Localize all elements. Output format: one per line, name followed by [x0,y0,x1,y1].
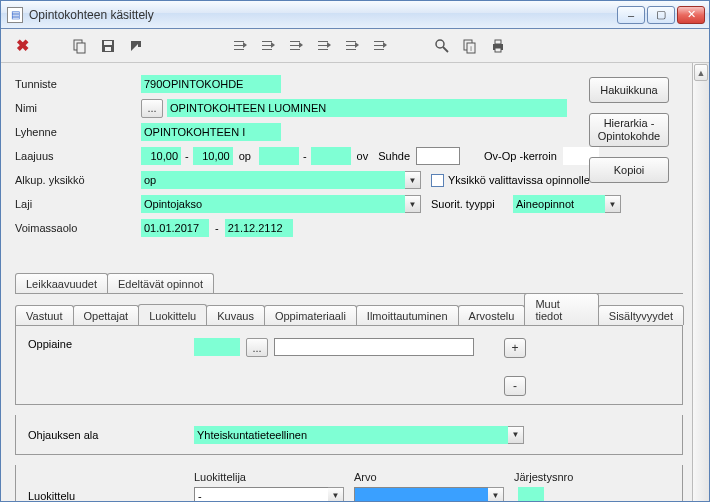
alkup-yksikko-field[interactable] [141,171,405,189]
ov-unit-label: ov [351,150,379,162]
close-button[interactable]: ✕ [677,6,705,24]
nav5-icon[interactable] [341,35,363,57]
suhde-field[interactable] [416,147,460,165]
suorit-tyyppi-label: Suorit. tyyppi [431,198,513,210]
ohjauksen-ala-panel: Ohjauksen ala ▼ [15,415,683,455]
laajuus-label: Laajuus [15,150,141,162]
laajuus-min-field[interactable] [141,147,181,165]
import-icon[interactable] [125,35,147,57]
ov-min-field[interactable] [259,147,299,165]
tab-row-2: Vastuut Opettajat Luokittelu Kuvaus Oppi… [15,293,683,326]
luokittelu-label2: Luokittelu [28,490,194,502]
maximize-button[interactable]: ▢ [647,6,675,24]
laji-label: Laji [15,198,141,210]
ohjauksen-ala-field[interactable] [194,426,508,444]
scroll-up-icon[interactable]: ▲ [694,64,708,81]
ovop-kerroin-label: Ov-Op -kerroin [460,150,563,162]
lyhenne-field[interactable] [141,123,281,141]
svg-rect-11 [495,40,501,44]
suorit-tyyppi-combo[interactable]: ▼ [513,195,621,214]
jarjestysnro-field[interactable] [518,487,544,502]
tab-ilmoittautuminen[interactable]: Ilmoittautuminen [356,305,459,325]
arvo-head: Arvo [354,471,514,483]
oppiaine-add-button[interactable]: + [504,338,526,358]
tab-opettajat[interactable]: Opettajat [73,305,140,325]
svg-rect-12 [495,48,501,52]
svg-line-6 [443,47,448,52]
dash-3: - [209,222,225,234]
chevron-down-icon[interactable]: ▼ [488,487,504,502]
app-icon: ▤ [7,7,23,23]
luokittelija-field[interactable] [194,487,328,502]
luokittelu-detail-panel: Luokittelija Arvo Järjestysnro Luokittel… [15,465,683,501]
nav-next-icon[interactable] [285,35,307,57]
alkup-yksikko-combo[interactable]: ▼ [141,171,421,190]
nav-last-icon[interactable] [313,35,335,57]
kopioi-button[interactable]: Kopioi [589,157,669,183]
op-unit-label: op [233,150,259,162]
tunniste-label: Tunniste [15,78,141,90]
nav6-icon[interactable] [369,35,391,57]
luokittelija-head: Luokittelija [194,471,354,483]
nimi-label: Nimi [15,102,141,114]
cancel-icon[interactable]: ✖ [11,35,33,57]
svg-rect-4 [105,47,111,51]
svg-point-5 [436,40,444,48]
nimi-lookup-button[interactable]: ... [141,99,163,118]
nimi-field[interactable] [167,99,567,117]
chevron-down-icon[interactable]: ▼ [605,195,621,213]
copy-icon[interactable] [69,35,91,57]
svg-rect-3 [104,41,112,45]
laji-combo[interactable]: ▼ [141,195,421,214]
voimassaolo-label: Voimassaolo [15,222,141,234]
nav-prev-icon[interactable] [257,35,279,57]
ohjauksen-ala-combo[interactable]: ▼ [194,425,524,444]
tab-leikkaavuudet[interactable]: Leikkaavuudet [15,273,108,293]
tab-oppimateriaali[interactable]: Oppimateriaali [264,305,357,325]
chevron-down-icon[interactable]: ▼ [508,426,524,444]
arvo-field[interactable] [354,487,488,502]
search-icon[interactable] [431,35,453,57]
oppiaine-lookup-button[interactable]: ... [246,338,268,357]
laji-field[interactable] [141,195,405,213]
chevron-down-icon[interactable]: ▼ [405,195,421,213]
info-icon[interactable]: i [459,35,481,57]
dash-1: - [181,150,193,162]
ov-max-field[interactable] [311,147,351,165]
chevron-down-icon[interactable]: ▼ [328,487,344,502]
oppiaine-code-field[interactable] [194,338,240,356]
tab-edeltavat-opinnot[interactable]: Edeltävät opinnot [107,273,214,293]
dash-2: - [299,150,311,162]
minimize-button[interactable]: – [617,6,645,24]
tunniste-field[interactable] [141,75,281,93]
arvo-combo[interactable]: ▼ [354,486,504,501]
tab-sisaltyvyydet[interactable]: Sisältyvyydet [598,305,684,325]
content: ▲ Hakuikkuna Hierarkia - Opintokohde Kop… [1,63,709,501]
oppiaine-remove-button[interactable]: - [504,376,526,396]
tab-muut-tiedot[interactable]: Muut tiedot [524,293,598,325]
laajuus-max-field[interactable] [193,147,233,165]
tab-kuvaus[interactable]: Kuvaus [206,305,265,325]
yksikko-checkbox[interactable] [431,174,444,187]
hierarkia-button[interactable]: Hierarkia - Opintokohde [589,113,669,147]
lyhenne-label: Lyhenne [15,126,141,138]
tab-luokittelu[interactable]: Luokittelu [138,304,207,325]
voimassa-loppu-field[interactable] [225,219,293,237]
tab-vastuut[interactable]: Vastuut [15,305,74,325]
chevron-down-icon[interactable]: ▼ [405,171,421,189]
oppiaine-name-field[interactable] [274,338,474,356]
nav-first-icon[interactable] [229,35,251,57]
voimassa-alku-field[interactable] [141,219,209,237]
window: ▤ Opintokohteen käsittely – ▢ ✕ ✖ [0,0,710,502]
luokittelu-panel: Oppiaine ... + - [15,326,683,405]
luokittelija-combo[interactable]: ▼ [194,486,344,501]
ohjauksen-ala-label: Ohjauksen ala [28,429,194,441]
save-icon[interactable] [97,35,119,57]
hakuikkuna-button[interactable]: Hakuikkuna [589,77,669,103]
svg-rect-1 [77,43,85,53]
tab-arvostelu[interactable]: Arvostelu [458,305,526,325]
yksikko-checkbox-label: Yksikkö valittavissa opinnolle [448,174,590,186]
suhde-label: Suhde [378,150,416,162]
print-icon[interactable] [487,35,509,57]
suorit-tyyppi-field[interactable] [513,195,605,213]
